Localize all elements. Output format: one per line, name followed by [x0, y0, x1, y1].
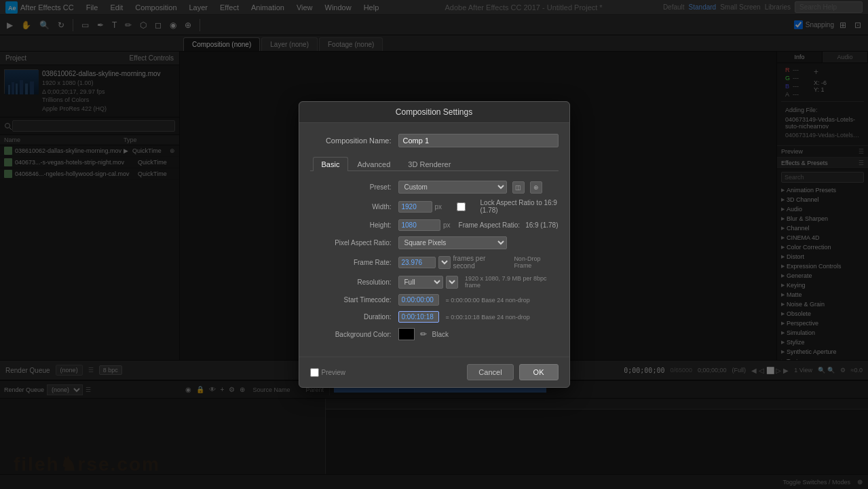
preview-checkbox[interactable] — [310, 368, 319, 377]
start-timecode-label: Start Timecode: — [310, 296, 398, 304]
preview-check: Preview — [310, 368, 346, 377]
pixel-aspect-select[interactable]: Square Pixels — [398, 236, 507, 249]
comp-name-label: Composition Name: — [310, 137, 398, 145]
resolution-info: 1920 x 1080, 7.9 MB per 8bpc frame — [465, 275, 559, 289]
dialog-body: Composition Name: Basic Advanced 3D Rend… — [299, 123, 569, 357]
resolution-row: Resolution: Full ▼ 1920 x 1080, 7.9 MB p… — [310, 275, 559, 289]
frame-rate-inline: ▼ frames per second Non-Drop Frame — [398, 255, 559, 270]
frame-aspect-label: Frame Aspect Ratio: — [459, 221, 521, 229]
duration-row: Duration: = 0:00:10:18 Base 24 non-drop — [310, 311, 559, 323]
lock-aspect-checkbox[interactable] — [445, 202, 477, 211]
preset-btn-2[interactable]: ⊕ — [530, 181, 542, 194]
height-unit: px — [443, 221, 451, 229]
height-row: Height: px Frame Aspect Ratio: 16:9 (1.7… — [310, 219, 559, 231]
width-row: Width: px Lock Aspect Ratio to 16:9 (1.7… — [310, 199, 559, 214]
start-tc-note: = 0:00:00:00 Base 24 non-drop — [446, 297, 530, 304]
comp-name-input[interactable] — [398, 134, 559, 147]
resolution-select[interactable]: Full — [398, 276, 443, 289]
eyedropper-btn[interactable]: ✏ — [417, 328, 430, 340]
fps-label: frames per second — [453, 255, 508, 270]
preview-checkbox-label: Preview — [322, 369, 346, 376]
fps-select[interactable]: ▼ — [438, 256, 451, 269]
pixel-aspect-row: Pixel Aspect Ratio: Square Pixels — [310, 236, 559, 249]
preset-label: Preset: — [310, 183, 398, 191]
width-unit: px — [435, 203, 442, 211]
composition-settings-dialog: Composition Settings Composition Name: B… — [299, 101, 570, 388]
bg-color-row: Background Color: ✏ Black — [310, 328, 559, 340]
dialog-footer: Preview Cancel OK — [299, 357, 569, 387]
duration-inline: = 0:00:10:18 Base 24 non-drop — [398, 311, 559, 323]
resolution-inline: Full ▼ 1920 x 1080, 7.9 MB per 8bpc fram… — [398, 275, 559, 289]
dialog-tab-3d[interactable]: 3D Renderer — [399, 157, 459, 171]
dialog-tab-advanced[interactable]: Advanced — [348, 157, 399, 171]
width-label: Width: — [310, 203, 398, 211]
dialog-tab-basic[interactable]: Basic — [313, 157, 349, 171]
dialog-title: Composition Settings — [299, 102, 569, 123]
frame-aspect-value: 16:9 (1.78) — [525, 221, 558, 229]
resolution-extra[interactable]: ▼ — [446, 276, 458, 289]
preset-btn-1[interactable]: ◫ — [512, 181, 525, 194]
lock-aspect-label: Lock Aspect Ratio to 16:9 (1.78) — [480, 199, 559, 214]
frame-rate-label: Frame Rate: — [310, 259, 398, 266]
duration-input[interactable] — [398, 311, 439, 323]
duration-label: Duration: — [310, 313, 398, 321]
cancel-button[interactable]: Cancel — [467, 364, 513, 380]
dialog-tabs: Basic Advanced 3D Renderer — [310, 157, 559, 171]
height-inline: px Frame Aspect Ratio: 16:9 (1.78) — [398, 219, 559, 231]
pixel-aspect-label: Pixel Aspect Ratio: — [310, 239, 398, 247]
non-drop-label: Non-Drop Frame — [514, 255, 558, 269]
duration-note: = 0:00:10:18 Base 24 non-drop — [446, 314, 530, 321]
bg-color-label: Background Color: — [310, 331, 398, 338]
start-timecode-input[interactable] — [398, 294, 439, 306]
dialog-overlay: Composition Settings Composition Name: B… — [0, 0, 868, 489]
comp-name-row: Composition Name: — [310, 134, 559, 147]
frame-rate-input[interactable] — [398, 257, 436, 268]
preset-inline: Custom ◫ ⊕ — [398, 181, 559, 194]
preset-select[interactable]: Custom — [398, 181, 507, 194]
width-input[interactable] — [398, 201, 432, 213]
resolution-label: Resolution: — [310, 278, 398, 286]
bg-color-inline: ✏ Black — [398, 328, 559, 340]
ok-button[interactable]: OK — [519, 364, 559, 380]
preset-row: Preset: Custom ◫ ⊕ — [310, 181, 559, 194]
bg-color-swatch[interactable] — [398, 328, 415, 340]
height-label: Height: — [310, 221, 398, 229]
start-timecode-row: Start Timecode: = 0:00:00:00 Base 24 non… — [310, 294, 559, 306]
aspect-ratio-check: Lock Aspect Ratio to 16:9 (1.78) — [445, 199, 558, 214]
frame-rate-row: Frame Rate: ▼ frames per second Non-Drop… — [310, 255, 559, 270]
start-tc-inline: = 0:00:00:00 Base 24 non-drop — [398, 294, 559, 306]
width-inline: px Lock Aspect Ratio to 16:9 (1.78) — [398, 199, 559, 214]
bg-color-name: Black — [432, 331, 449, 338]
height-input[interactable] — [398, 219, 440, 231]
